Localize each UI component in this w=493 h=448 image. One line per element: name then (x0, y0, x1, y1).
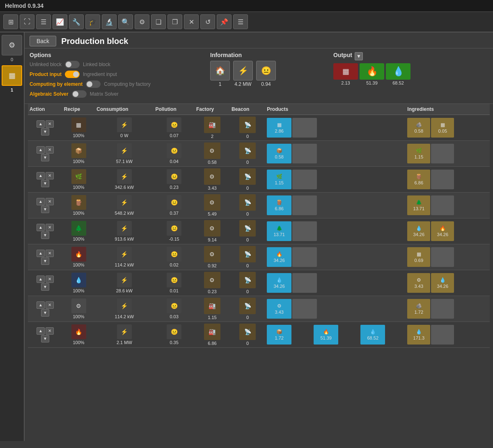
pollution-cell: 😐 0.07 (154, 115, 195, 141)
move-down-btn[interactable]: ▼ (41, 206, 49, 213)
factory-cell: ⚙ 0.92 (195, 244, 230, 270)
toolbar-btn-learn[interactable]: 🎓 (85, 14, 100, 29)
product-value: 13.71 (273, 232, 285, 237)
delete-btn[interactable]: ✕ (46, 198, 54, 205)
move-up-btn[interactable]: ▲ (37, 146, 45, 154)
move-down-btn[interactable]: ▼ (41, 309, 49, 317)
move-up-btn[interactable]: ▲ (37, 172, 45, 179)
beacon-icon: 📡 (239, 298, 256, 314)
ingredients-cell: 🌲 13.71 (406, 193, 490, 218)
move-down-btn[interactable]: ▼ (41, 232, 49, 239)
pollution-icon: 😐 (167, 221, 181, 236)
consumption-cell: ⚡ 342.6 kW (95, 167, 154, 193)
delete-btn[interactable]: ✕ (46, 224, 54, 231)
recipe-icon: 💧 (71, 273, 86, 287)
recipe-cell: 🌿 100% (62, 167, 95, 193)
product-icon: ▦ (277, 122, 282, 128)
toolbar-btn-info[interactable]: ☰ (233, 14, 248, 29)
recipe-icon: ⚙ (71, 299, 86, 313)
delete-btn[interactable]: ✕ (46, 276, 54, 283)
table-row: ▲ ✕ ▼ 🪵 100% (28, 193, 490, 218)
toolbar-btn-pin[interactable]: 📌 (217, 14, 232, 29)
th-consumption: Consumption (95, 104, 154, 115)
delete-btn[interactable]: ✕ (46, 146, 54, 154)
info-icon-pollution: 😐 (256, 61, 276, 80)
back-button[interactable]: Back (30, 36, 56, 46)
filter-icon[interactable]: ▼ (355, 52, 363, 60)
action-cell: ▲ ✕ ▼ (28, 296, 62, 322)
move-down-btn[interactable]: ▼ (41, 335, 49, 342)
move-up-btn[interactable]: ▲ (37, 224, 45, 231)
toolbar-btn-refresh[interactable]: ↺ (200, 14, 215, 29)
recipe-pct: 100% (73, 262, 85, 267)
beacon-cell: 📡 0 (230, 218, 265, 244)
move-up-btn[interactable]: ▲ (37, 276, 45, 283)
pollution-value: 0.02 (170, 262, 178, 267)
product-icon: 📦 (276, 148, 282, 154)
move-up-btn[interactable]: ▲ (37, 250, 45, 257)
toolbar-btn-factory[interactable]: ⊞ (3, 14, 18, 29)
products-cell: ⚙ 3.43 (265, 296, 406, 322)
move-up-btn[interactable]: ▲ (37, 327, 45, 335)
ingredient-value-0: 13.71 (413, 206, 425, 211)
page-title: Production block (61, 37, 128, 46)
factory-icon: ⚙ (204, 246, 220, 262)
output-icon-1: 🔥 (360, 63, 384, 80)
consumption-value: 342.6 kW (115, 185, 134, 190)
ingredient-box-empty (431, 195, 454, 215)
delete-btn[interactable]: ✕ (46, 172, 54, 179)
beacon-icon: 📡 (239, 246, 256, 262)
product-box: ▦ 2.86 (267, 118, 291, 138)
toolbar-btn-graph[interactable]: ⛶ (20, 14, 34, 29)
move-up-btn[interactable]: ▲ (37, 301, 45, 309)
output-icon-2: 💧 (386, 63, 410, 80)
th-action: Action (28, 104, 62, 115)
product-value: 3.43 (275, 310, 283, 315)
delete-btn[interactable]: ✕ (46, 120, 54, 128)
toggle-linked[interactable] (65, 61, 80, 68)
move-down-btn[interactable]: ▼ (41, 154, 49, 161)
toggle-solver[interactable] (72, 90, 87, 98)
toggle-computing[interactable] (86, 80, 101, 88)
beacon-icon: 📡 (239, 168, 256, 185)
move-up-btn[interactable]: ▲ (37, 120, 45, 128)
factory-value: 6.86 (208, 341, 216, 346)
toggle-product[interactable] (65, 71, 80, 78)
toolbar-btn-chart[interactable]: 📈 (53, 14, 67, 29)
toolbar-btn-close[interactable]: ✕ (184, 14, 199, 29)
toolbar-btn-paste[interactable]: ❐ (167, 14, 182, 29)
recipe-pct: 100% (73, 211, 85, 216)
toolbar-btn-copy[interactable]: ❏ (151, 14, 166, 29)
toolbar-btn-list[interactable]: ☰ (36, 14, 51, 29)
recipe-pct: 100% (73, 237, 85, 241)
move-down-btn[interactable]: ▼ (41, 128, 49, 136)
sidebar-item-0[interactable]: ⚙ (2, 35, 22, 55)
sidebar-item-1[interactable]: ▦ (2, 65, 22, 86)
consumption-cell: ⚡ 2.1 MW (95, 322, 154, 348)
output-value-0: 2.13 (341, 80, 350, 85)
ingredients-cell: 🪨 1.72 (406, 296, 490, 322)
info-item-1: ⚡ 4.2 MW (233, 61, 253, 87)
consumption-icon: ⚡ (117, 117, 132, 132)
toolbar-btn-settings[interactable]: ⚙ (135, 14, 149, 29)
product-icon-1: 🔥 (323, 329, 329, 335)
recipe-icon: 📦 (71, 143, 86, 158)
delete-btn[interactable]: ✕ (46, 250, 54, 257)
toolbar-btn-search[interactable]: 🔍 (118, 14, 133, 29)
delete-btn[interactable]: ✕ (46, 301, 54, 309)
move-down-btn[interactable]: ▼ (41, 257, 49, 265)
th-recipe: Recipe (62, 104, 95, 115)
move-down-btn[interactable]: ▼ (41, 180, 49, 187)
move-up-btn[interactable]: ▲ (37, 198, 45, 205)
move-down-btn[interactable]: ▼ (41, 283, 49, 291)
table-header-row: Action Recipe Consumption Pollution Fact… (28, 104, 490, 115)
pollution-icon: 😐 (167, 324, 181, 339)
th-beacon: Beacon (230, 104, 265, 115)
output-item-1: 🔥 51.39 (360, 63, 384, 85)
toolbar-btn-wrench[interactable]: 🔧 (69, 14, 84, 29)
product-box: 🌿 1.15 (267, 170, 291, 189)
toolbar-btn-tech[interactable]: 🔬 (102, 14, 117, 29)
factory-value: 9.14 (208, 237, 216, 242)
delete-btn[interactable]: ✕ (46, 327, 54, 335)
info-value-1: 4.2 MW (234, 81, 251, 87)
